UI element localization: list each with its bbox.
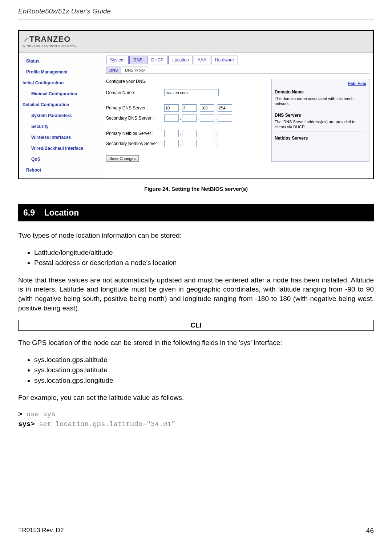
section-title: Location <box>44 208 79 217</box>
logo-swoosh-icon: ⟋ <box>23 36 29 43</box>
code-command-1: use sys <box>22 410 55 418</box>
secondary-dns-label: Secondary DNS Server : <box>106 116 164 121</box>
domain-name-label: Domain Name: <box>106 90 164 95</box>
figure-caption: Figure 24. Setting the NetBIOS server(s) <box>18 186 374 192</box>
sidebar-item: Detailed Configuration <box>21 99 100 110</box>
code-prompt-2: sys> <box>18 420 35 428</box>
list-item: sys.location.gps.altitude <box>34 355 374 365</box>
primary-dns-oct4[interactable] <box>218 104 232 112</box>
help-heading-domain: Domain Name <box>275 89 366 95</box>
primary-dns-oct1[interactable] <box>164 104 179 112</box>
footer-left: TR0153 Rev. D2 <box>18 527 64 535</box>
tab-row-secondary: DNSDNS Proxy <box>106 67 369 74</box>
page-footer: TR0153 Rev. D2 46 <box>18 523 374 535</box>
paragraph-2: Note that these values are not automatic… <box>18 276 374 313</box>
tab-row-primary: SystemDNSDHCPLocationAAAHardware <box>106 56 369 64</box>
list-item: sys.location.gps.longitude <box>34 376 374 386</box>
paragraph-4: For example, you can set the latitude va… <box>18 393 374 402</box>
help-heading-netbios: Netbios Servers <box>275 136 366 141</box>
sidebar-item[interactable]: Security <box>21 121 100 132</box>
secondary-dns-oct3[interactable] <box>200 115 214 122</box>
primary-netbios-oct1[interactable] <box>164 130 179 137</box>
primary-dns-oct3[interactable] <box>200 104 214 112</box>
list-item: Postal address or description a node's l… <box>34 258 374 268</box>
list-2: sys.location.gps.altitudesys.location.gp… <box>18 355 374 386</box>
sidebar-item[interactable]: QoS <box>21 154 100 165</box>
primary-netbios-oct2[interactable] <box>182 130 197 137</box>
code-prompt-1: > <box>18 410 22 418</box>
logo-brand: ⟋TRANZEO <box>23 35 369 44</box>
tab-primary[interactable]: DNS <box>129 56 146 64</box>
save-changes-button[interactable]: Save Changes <box>106 155 139 162</box>
sidebar-item[interactable]: Wireless Interfaces <box>21 132 100 143</box>
secondary-dns-oct2[interactable] <box>182 115 197 122</box>
section-header: 6.9 Location <box>18 204 374 221</box>
tab-primary[interactable]: DHCP <box>147 56 167 64</box>
sidebar-item[interactable]: Minimal Configuration <box>21 88 100 99</box>
tab-primary[interactable]: System <box>106 56 129 64</box>
admin-sidebar: StatusProfile ManagementInitial Configur… <box>19 53 102 178</box>
section-number: 6.9 <box>23 208 35 217</box>
primary-netbios-oct4[interactable] <box>218 130 232 137</box>
dns-form: Configure your DNS. Domain Name: Primary… <box>106 79 266 162</box>
secondary-dns-oct1[interactable] <box>164 115 179 122</box>
help-text-dns: The 'DNS Server' address(es) are provide… <box>275 119 366 130</box>
tab-secondary[interactable]: DNS Proxy <box>122 67 148 73</box>
primary-dns-oct2[interactable] <box>182 104 197 112</box>
sidebar-item[interactable]: System Parameters <box>21 110 100 121</box>
secondary-netbios-oct2[interactable] <box>182 140 197 147</box>
paragraph-1: Two types of node location information c… <box>18 231 374 240</box>
sidebar-item[interactable]: Wired/Backhaul Interface <box>21 143 100 154</box>
primary-netbios-oct3[interactable] <box>200 130 214 137</box>
sidebar-item[interactable]: Reboot <box>21 165 100 176</box>
domain-name-input[interactable] <box>164 89 219 96</box>
list-item: sys.location.gps.latitude <box>34 365 374 376</box>
code-command-2: set location.gps.latitude="34.01" <box>35 420 176 428</box>
secondary-dns-oct4[interactable] <box>218 115 232 122</box>
tab-primary[interactable]: AAA <box>194 56 210 64</box>
cli-heading: CLI <box>18 320 374 331</box>
sidebar-item: Initial Configuration <box>21 77 100 88</box>
hide-help-link[interactable]: Hide Help <box>348 81 366 86</box>
primary-dns-label: Primary DNS Server : <box>106 105 164 111</box>
sidebar-item[interactable]: Status <box>21 56 100 67</box>
page-number: 46 <box>366 527 374 535</box>
doc-header: EnRoute50x/51x User's Guide <box>18 7 374 20</box>
admin-main: SystemDNSDHCPLocationAAAHardware DNSDNS … <box>102 53 373 178</box>
form-title: Configure your DNS. <box>106 79 266 84</box>
code-block: > use sys sys> set location.gps.latitude… <box>18 410 374 429</box>
secondary-netbios-oct1[interactable] <box>164 140 179 147</box>
secondary-netbios-label: Secondary Netbios Server : <box>106 141 164 146</box>
secondary-netbios-oct4[interactable] <box>218 140 232 147</box>
secondary-netbios-oct3[interactable] <box>200 140 214 147</box>
tab-primary[interactable]: Hardware <box>211 56 238 64</box>
logo-bar: ⟋TRANZEO WIRELESS TECHNOLOGIES INC. <box>19 31 373 53</box>
help-text-domain: The domain name associated with this mes… <box>275 96 366 107</box>
list-1: Latitude/longitude/altitudePostal addres… <box>18 248 374 268</box>
list-item: Latitude/longitude/altitude <box>34 248 374 258</box>
logo-text: TRANZEO <box>29 35 70 44</box>
admin-screenshot: ⟋TRANZEO WIRELESS TECHNOLOGIES INC. Stat… <box>18 30 374 179</box>
help-panel: Hide Help Domain Name The domain name as… <box>271 79 369 162</box>
logo-subtitle: WIRELESS TECHNOLOGIES INC. <box>23 44 369 47</box>
paragraph-3: The GPS location of the node can be stor… <box>18 338 374 348</box>
tab-primary[interactable]: Location <box>168 56 193 64</box>
tab-secondary[interactable]: DNS <box>106 67 121 73</box>
help-heading-dns: DNS Servers <box>275 113 366 118</box>
primary-netbios-label: Primary Netbios Server : <box>106 131 164 136</box>
sidebar-item[interactable]: Profile Management <box>21 67 100 77</box>
